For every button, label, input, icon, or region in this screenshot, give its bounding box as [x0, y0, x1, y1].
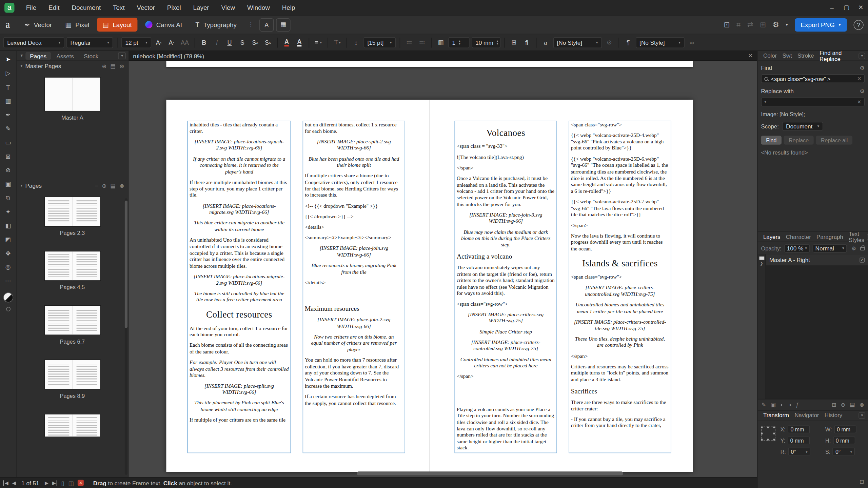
layer-visibility-checkbox[interactable]: ✓ [860, 257, 865, 262]
page-spread-thumbnail[interactable]: Pages 8,9 [17, 360, 128, 399]
preflight-warning-icon[interactable]: ✕ [78, 480, 84, 486]
find-options-gear-icon[interactable]: ⚙ [860, 65, 865, 71]
tool-button[interactable]: ▦ [2, 96, 14, 106]
tool-button[interactable]: ▭ [2, 138, 14, 147]
add-master-page-icon[interactable]: ⊕ [102, 63, 106, 69]
previous-spread-edge[interactable] [166, 61, 693, 67]
preview-mode-icon[interactable]: ⊡ [724, 20, 730, 29]
facing-pages-view-icon[interactable]: ◫ [68, 480, 74, 486]
pages-section-header[interactable]: ▾ Pages ≡ ⊕ ▤ ⊗ [17, 181, 128, 190]
font-family-select[interactable]: Lexend Deca▾ [3, 37, 64, 48]
menu-item[interactable]: Edit [42, 0, 65, 15]
leading-icon-button[interactable]: ↕ [351, 37, 361, 48]
image-layer-icon[interactable]: ▣ [771, 402, 776, 408]
close-window-button[interactable]: ✕ [853, 0, 868, 15]
panel-menu-icon[interactable]: ▾ [859, 412, 865, 419]
apps-grid-button[interactable]: ▦ [276, 18, 291, 31]
menu-item[interactable]: View [215, 0, 241, 15]
canvas[interactable]: inhabited tiles - tiles that already con… [129, 61, 757, 477]
add-layer-icon[interactable]: ⊕ [841, 402, 845, 408]
wrench-chevron-icon[interactable]: ▾ [786, 22, 788, 27]
pages-scrollbar-thumb[interactable] [125, 201, 127, 328]
lock-icon[interactable] [860, 247, 865, 250]
duplicate-master-icon[interactable]: ▤ [111, 63, 116, 69]
layers-panel-tab[interactable]: Character [783, 234, 814, 240]
persona-button[interactable]: T Typography [190, 18, 242, 32]
tool-button[interactable]: ✥ [2, 249, 14, 258]
page-spread-thumbnail[interactable]: Pages 2,3 [17, 197, 128, 236]
pages-scrollbar[interactable] [125, 198, 127, 475]
find-panel-button[interactable]: Replace [784, 136, 814, 145]
blend-mode-select[interactable]: Normal ▾ [812, 244, 847, 252]
menu-item[interactable]: Window [241, 0, 276, 15]
tool-button[interactable]: ◩ [2, 235, 14, 244]
columns-count-stepper[interactable]: 1▴▾ [448, 37, 469, 48]
menu-item[interactable]: Text [107, 0, 131, 15]
glyph-browser-button[interactable]: a [540, 37, 551, 48]
page-spread-thumbnail[interactable]: Pages 6,7 [17, 306, 128, 344]
replace-options-gear-icon[interactable]: ⚙ [860, 88, 865, 94]
text-frame-4[interactable]: <span class="svg-row">{{< webp "volcano-… [569, 121, 671, 453]
transform-field-value[interactable]: 0 mm [833, 436, 855, 444]
color-selector-icon[interactable] [3, 292, 13, 302]
replace-history-chevron-icon[interactable]: ▾ [764, 100, 766, 104]
layer-gear-icon[interactable]: ⚙ [851, 245, 856, 251]
duplicate-page-icon[interactable]: ▤ [111, 183, 116, 189]
numbered-list-button[interactable]: ≕ [417, 37, 427, 48]
find-input[interactable]: <span class="svg-row" > ✕ [761, 74, 865, 83]
clear-formatting-button[interactable]: ⊘ [604, 37, 614, 48]
sort-pages-icon[interactable]: ≡ [95, 183, 98, 189]
adjustment-layer-icon[interactable]: ◑ [788, 402, 791, 408]
transform-panel-tab[interactable]: History [822, 412, 845, 418]
tool-button[interactable]: ⋯ [2, 277, 14, 286]
next-page-button[interactable]: ▶ [45, 480, 48, 485]
delete-layer-icon[interactable]: ⊗ [860, 402, 864, 408]
panel-menu-icon[interactable]: ▾ [859, 52, 865, 59]
pilcrow-button[interactable]: ¶ [623, 37, 633, 48]
tool-button[interactable]: ◧ [2, 221, 14, 230]
highlight-button[interactable]: A [294, 37, 305, 48]
layers-panel-tab[interactable]: Paragraph [814, 234, 846, 240]
delete-page-icon[interactable]: ⊗ [119, 183, 124, 189]
bullet-list-button[interactable]: ≔ [404, 37, 414, 48]
transform-field-value[interactable]: 0 mm [787, 436, 809, 444]
menu-item[interactable]: File [20, 0, 42, 15]
menu-item[interactable]: Pixel [161, 0, 187, 15]
paragraph-style-select[interactable]: [No Style]▾ [636, 37, 685, 48]
alignment-button[interactable]: ≡▾ [313, 37, 323, 48]
studio-tab[interactable]: Find and Replace [817, 51, 859, 62]
page-spread[interactable]: inhabited tiles - tiles that already con… [166, 100, 693, 472]
maximize-button[interactable]: ▢ [839, 0, 854, 15]
layer-row[interactable]: Master A - Right ✓ [766, 254, 868, 266]
scope-select[interactable]: Document ▾ [782, 122, 823, 131]
secondary-color-icon[interactable] [6, 307, 10, 311]
panel-tab[interactable]: Stock [79, 52, 103, 60]
panel-menu-icon[interactable]: ▾ [118, 52, 126, 59]
link-dimensions-icon[interactable]: ⊡ [860, 479, 864, 485]
menu-item[interactable]: Vector [131, 0, 161, 15]
tool-button[interactable]: ▷ [2, 69, 14, 78]
character-style-select[interactable]: [No Style]▾ [553, 37, 602, 48]
find-panel-button[interactable]: Replace all [816, 136, 853, 145]
anchor-point-selector[interactable] [761, 427, 775, 441]
subscript-button[interactable]: Sx [262, 37, 273, 48]
strikethrough-button[interactable]: S [237, 37, 248, 48]
studio-tab[interactable]: Stroke [795, 53, 817, 59]
last-page-button[interactable]: ▶ [52, 480, 57, 485]
tool-button[interactable]: ⧉ [2, 194, 14, 203]
vertical-align-button[interactable]: ⊤▾ [332, 37, 342, 48]
text-frame-1[interactable]: inhabited tiles - tiles that already con… [188, 121, 291, 453]
link-styles-button[interactable]: ∞ [687, 37, 697, 48]
layers-panel-tab[interactable]: Text Styles [846, 231, 867, 243]
horizontal-scrollbar[interactable] [131, 471, 755, 475]
minimize-button[interactable]: – [825, 0, 839, 15]
tool-button[interactable]: T [2, 83, 14, 92]
close-document-icon[interactable]: ✕ [748, 53, 753, 59]
clear-replace-icon[interactable]: ✕ [857, 99, 861, 105]
tool-button[interactable]: ⊠ [2, 152, 14, 161]
tool-button[interactable]: ◎ [2, 263, 14, 272]
tool-button[interactable]: ✒ [2, 110, 14, 120]
tool-button[interactable]: ➤ [2, 55, 14, 64]
master-page-thumbnail[interactable]: Master A [17, 78, 128, 121]
a-badge-button[interactable]: A [259, 18, 274, 31]
